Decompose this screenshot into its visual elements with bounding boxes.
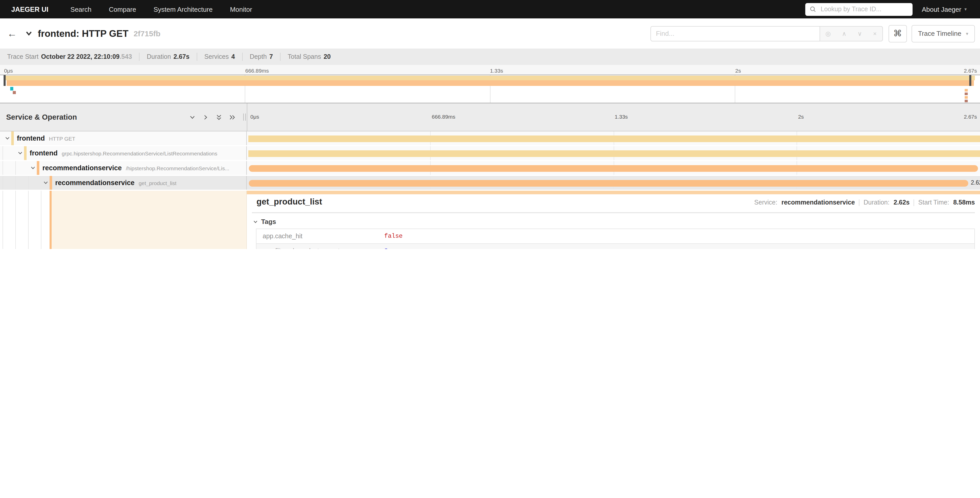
minimap-left-scrubber[interactable] (3, 75, 6, 86)
minimap-right-scrubber[interactable] (969, 75, 971, 86)
span-row-frontend-listrecommendations[interactable]: frontend grpc.hipstershop.Recommendation… (0, 146, 980, 161)
top-nav: JAEGER UI Search Compare System Architec… (0, 0, 980, 18)
span-detail-row: get_product_list Service:recommendations… (0, 191, 980, 249)
collapse-trace-chevron-icon[interactable] (25, 30, 33, 37)
command-icon: ⌘ (893, 28, 902, 39)
span-bar[interactable] (249, 165, 978, 172)
service-operation-header: Service & Operation (0, 103, 247, 131)
span-detail-panel: get_product_list Service:recommendations… (247, 191, 980, 249)
about-jaeger-menu[interactable]: About Jaeger ▾ (922, 5, 967, 13)
clear-find-icon[interactable]: × (873, 30, 877, 37)
locate-icon[interactable]: ◎ (826, 30, 831, 37)
nav-item-monitor[interactable]: Monitor (230, 5, 252, 13)
span-row-recommendationservice-listrec[interactable]: recommendationservice /hipstershop.Recom… (0, 161, 980, 176)
chevron-down-icon (253, 219, 258, 224)
nav-item-system-architecture[interactable]: System Architecture (154, 5, 213, 13)
nav-item-search[interactable]: Search (70, 5, 91, 13)
span-row-frontend-http-get[interactable]: frontend HTTP GET (0, 131, 980, 146)
chevron-down-icon: ▾ (964, 6, 967, 12)
back-arrow-button[interactable]: ← (7, 28, 17, 39)
app-logo[interactable]: JAEGER UI (11, 5, 49, 13)
view-mode-select[interactable]: Trace Timeline ▾ (911, 25, 975, 42)
span-detail-title: get_product_list (256, 197, 322, 207)
column-resizer-handle[interactable] (243, 113, 246, 121)
search-icon (810, 6, 816, 12)
find-controls: ◎ ∧ ∨ × (820, 26, 883, 41)
tag-row: app.cache_hit false (256, 229, 974, 244)
collapse-all-icon[interactable] (216, 114, 222, 120)
nav-item-compare[interactable]: Compare (109, 5, 136, 13)
chevron-down-icon: ▾ (966, 31, 968, 36)
chevron-down-icon[interactable] (43, 180, 49, 185)
jaeger-trace-page: JAEGER UI Search Compare System Architec… (0, 0, 980, 249)
trace-id-lookup-input[interactable] (819, 5, 908, 13)
trace-minimap[interactable] (0, 75, 980, 103)
span-bar[interactable] (249, 180, 968, 187)
trace-summary-bar: Trace StartOctober 22 2022, 22:10:09.543… (0, 49, 980, 65)
collapse-one-icon[interactable] (189, 114, 196, 120)
trace-duration: Duration2.67s (140, 53, 197, 61)
span-detail-accent-column (0, 191, 247, 249)
minimap-span-bar (5, 76, 975, 80)
keyboard-shortcuts-button[interactable]: ⌘ (888, 25, 907, 42)
minimap-tick-labels: 0μs 666.89ms 1.33s 2s 2.67s (0, 65, 980, 75)
trace-title: frontend: HTTP GET (38, 28, 129, 39)
trace-id: 2f715fb (134, 29, 161, 38)
trace-total-spans: Total Spans20 (280, 53, 338, 61)
trace-start: Trace StartOctober 22 2022, 22:10:09.543 (0, 53, 140, 61)
expand-one-icon[interactable] (202, 114, 209, 120)
span-detail-ghost-bar (247, 191, 980, 194)
tag-row: app.filtered_products.count 8 (256, 244, 974, 249)
trace-id-lookup[interactable] (805, 3, 913, 16)
minimap-span-bar (965, 100, 968, 102)
trace-depth: Depth7 (242, 53, 280, 61)
minimap-span-bar (10, 87, 13, 91)
span-row-get-product-list[interactable]: recommendationservice get_product_list 2… (0, 176, 980, 191)
next-result-icon[interactable]: ∨ (858, 30, 862, 37)
prev-result-icon[interactable]: ∧ (842, 30, 846, 37)
chevron-down-icon[interactable] (5, 136, 10, 141)
trace-header: ← frontend: HTTP GET 2f715fb ◎ ∧ ∨ × ⌘ T… (0, 18, 980, 49)
chevron-down-icon[interactable] (18, 150, 23, 156)
span-bar[interactable] (248, 150, 980, 157)
find-input[interactable] (650, 26, 820, 41)
timeline-column-headers: Service & Operation 0μs 666.89ms 1.33s 2… (0, 103, 980, 131)
minimap-span-bar (965, 89, 968, 91)
minimap-span-bar (965, 93, 968, 95)
expand-all-icon[interactable] (229, 114, 235, 120)
tags-section-toggle[interactable]: Tags (253, 218, 276, 225)
trace-services: Services4 (197, 53, 243, 61)
find-bar: ◎ ∧ ∨ × (650, 26, 883, 41)
chevron-down-icon[interactable] (30, 165, 36, 171)
timeline-ruler: 0μs 666.89ms 1.33s 2s 2.67s (247, 103, 980, 131)
minimap-span-bar (965, 96, 968, 99)
minimap-span-bar (13, 91, 16, 94)
span-detail-meta: Service:recommendationservice Duration:2… (754, 199, 975, 206)
span-bar[interactable] (248, 136, 980, 142)
tags-table: app.cache_hit false app.filtered_product… (256, 228, 975, 249)
minimap-span-bar (6, 80, 974, 86)
span-duration-label: 2.62s (971, 179, 980, 185)
